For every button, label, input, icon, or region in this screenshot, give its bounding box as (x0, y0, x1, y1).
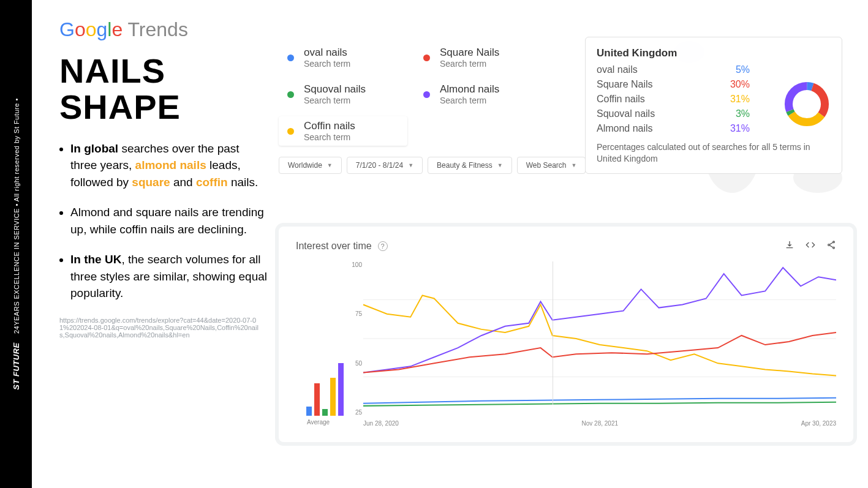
svg-point-13 (828, 244, 830, 246)
svg-point-12 (833, 241, 835, 243)
color-dot-icon (423, 91, 430, 98)
region-breakdown-card: United Kingdom oval nails5% Square Nails… (585, 37, 842, 174)
breakdown-pct: 5% (713, 64, 750, 75)
color-dot-icon (423, 54, 430, 61)
chevron-down-icon: ▼ (408, 162, 413, 168)
donut-chart (783, 80, 831, 130)
copyright-sidebar: ST FUTURE 24YEARS EXCELLENCE IN SERVICE … (0, 0, 32, 488)
brand: ST FUTURE (12, 342, 21, 389)
chevron-down-icon: ▼ (327, 162, 333, 168)
chevron-down-icon: ▼ (497, 162, 503, 168)
color-dot-icon (287, 54, 294, 61)
region-name: United Kingdom (597, 47, 831, 59)
breakdown-pct: 3% (713, 108, 750, 119)
breakdown-pct: 30% (713, 79, 750, 90)
average-label: Average (307, 419, 330, 426)
legend-item[interactable]: Squoval nailsSearch term (279, 80, 407, 109)
insights-list: In global searches over the past three y… (59, 140, 268, 302)
chevron-down-icon: ▼ (572, 162, 577, 168)
breakdown-pct: 31% (713, 123, 750, 134)
date-filter[interactable]: 7/1/20 - 8/1/24▼ (347, 157, 423, 174)
insight-item: Almond and square nails are trending up,… (70, 204, 268, 238)
search-terms-legend: oval nailsSearch term Square NailsSearch… (279, 43, 560, 146)
insight-item: In the UK, the search volumes for all th… (70, 251, 268, 302)
color-dot-icon (287, 91, 294, 98)
embed-icon[interactable] (806, 240, 815, 252)
breakdown-term: Coffin nails (597, 94, 713, 105)
legend-item[interactable]: Square NailsSearch term (415, 43, 543, 72)
legend-item[interactable]: Coffin nailsSearch term (279, 116, 407, 146)
category-filter[interactable]: Beauty & Fitness▼ (428, 157, 512, 174)
color-dot-icon (287, 128, 294, 135)
line-chart (363, 261, 836, 416)
insight-item: In global searches over the past three y… (70, 140, 268, 191)
breakdown-term: oval nails (597, 64, 713, 75)
breakdown-pct: 31% (713, 94, 750, 105)
legend-item[interactable]: oval nailsSearch term (279, 43, 407, 72)
svg-point-14 (833, 247, 835, 249)
y-axis-ticks: 100 75 50 25 (351, 261, 362, 416)
chart-title: Interest over time (296, 241, 372, 252)
source-url: https://trends.google.com/trends/explore… (59, 317, 262, 339)
breakdown-note: Percentages calculated out of searches f… (597, 141, 831, 165)
share-icon[interactable] (826, 240, 836, 252)
average-bars (303, 348, 346, 416)
legend-item[interactable]: Almond nailsSearch term (415, 80, 543, 109)
download-icon[interactable] (785, 240, 794, 252)
region-filter[interactable]: Worldwide▼ (279, 157, 342, 174)
breakdown-term: Squoval nails (597, 108, 713, 119)
x-axis-ticks: Jun 28, 2020 Nov 28, 2021 Apr 30, 2023 (363, 420, 836, 427)
interest-chart-card: Interest over time ? 100 75 50 25 (279, 227, 853, 442)
breakdown-term: Square Nails (597, 79, 713, 90)
help-icon[interactable]: ? (378, 241, 388, 251)
tagline: 24YEARS EXCELLENCE IN SERVICE • All righ… (13, 98, 20, 334)
search-type-filter[interactable]: Web Search▼ (517, 157, 586, 174)
breakdown-term: Almond nails (597, 123, 713, 134)
